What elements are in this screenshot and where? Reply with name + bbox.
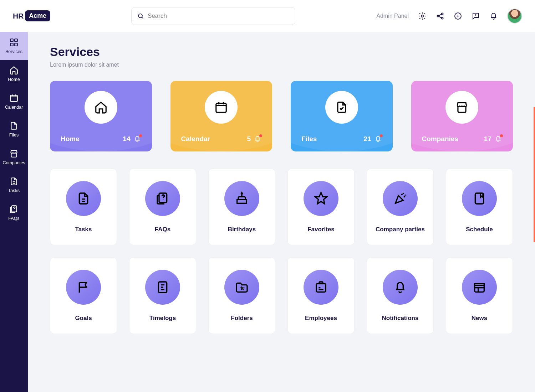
tile-icon-circle (304, 270, 338, 305)
service-tile-news[interactable]: News (446, 257, 513, 334)
bell-icon (494, 135, 502, 143)
card-count: 17 (484, 135, 491, 143)
faq-icon (156, 191, 170, 206)
cake-icon (235, 191, 249, 206)
grid-icon (9, 38, 19, 47)
party-icon (393, 191, 407, 206)
card-label: Home (61, 135, 80, 143)
card-icon-circle (445, 91, 478, 124)
tile-label: Folders (231, 315, 253, 322)
sidebar-item-files[interactable]: Files (0, 115, 28, 143)
card-label: Files (301, 135, 317, 143)
sidebar-item-companies[interactable]: Companies (0, 143, 28, 171)
tile-icon-circle (462, 270, 497, 305)
search-input[interactable] (131, 7, 295, 25)
sidebar-item-label: Services (5, 49, 22, 54)
scroll-indicator[interactable] (534, 107, 535, 242)
sidebar: ServicesHomeCalendarFilesCompaniesTasksF… (0, 32, 28, 392)
tile-label: Company parties (376, 226, 425, 233)
bell-icon (254, 135, 261, 143)
card-icon-circle (325, 91, 358, 124)
bookmark-icon (472, 191, 486, 206)
service-tile-birthdays[interactable]: Birthdays (208, 169, 275, 245)
file-icon (9, 121, 19, 130)
tile-icon-circle (66, 181, 101, 216)
card-count: 14 (123, 135, 130, 143)
sidebar-item-home[interactable]: Home (0, 60, 28, 88)
task-icon (76, 191, 91, 206)
tile-icon-circle (383, 270, 418, 305)
tile-label: Employees (305, 315, 337, 322)
sidebar-item-services[interactable]: Services (0, 32, 28, 60)
service-tile-company-parties[interactable]: Company parties (367, 169, 434, 245)
tile-label: Tasks (75, 226, 92, 233)
notification-dot (380, 134, 383, 137)
tile-icon-circle (224, 181, 259, 216)
star-icon (314, 191, 328, 206)
service-card-calendar[interactable]: Calendar 5 (170, 81, 272, 151)
tile-label: Goals (75, 315, 92, 322)
card-count: 5 (247, 135, 251, 143)
logo[interactable]: HR Acme (13, 10, 50, 21)
tile-icon-circle (304, 181, 338, 216)
filecheck-icon (335, 100, 348, 114)
logo-text-right: Acme (25, 10, 50, 21)
sidebar-item-label: Tasks (8, 188, 20, 193)
card-label: Companies (422, 135, 458, 143)
page-title: Services (50, 45, 513, 59)
avatar[interactable] (507, 9, 522, 24)
service-tile-tasks[interactable]: Tasks (50, 169, 117, 245)
tile-icon-circle (224, 270, 259, 305)
bell-icon (393, 280, 407, 294)
service-tile-folders[interactable]: Folders (208, 257, 275, 334)
sidebar-item-label: FAQs (8, 216, 19, 221)
tile-icon-circle (145, 181, 180, 216)
bell-icon (374, 135, 382, 143)
search-field[interactable] (148, 12, 289, 20)
notification-dot (259, 134, 262, 137)
service-tile-timelogs[interactable]: Timelogs (129, 257, 196, 334)
service-tile-notifications[interactable]: Notifications (367, 257, 434, 334)
task-icon (9, 177, 19, 186)
notification-dot (500, 134, 503, 137)
search-icon (137, 12, 144, 20)
home-icon (94, 100, 108, 114)
page-subtitle: Lorem ipsum dolor sit amet (50, 62, 513, 68)
sidebar-item-tasks[interactable]: Tasks (0, 171, 28, 199)
service-tile-goals[interactable]: Goals (50, 257, 117, 334)
header: HR Acme Admin Panel (0, 0, 535, 32)
service-tile-schedule[interactable]: Schedule (446, 169, 513, 245)
sidebar-item-calendar[interactable]: Calendar (0, 88, 28, 115)
tile-label: News (472, 315, 487, 322)
service-card-companies[interactable]: Companies 17 (411, 81, 513, 151)
service-card-files[interactable]: Files 21 (291, 81, 393, 151)
tile-label: Favorites (307, 226, 335, 233)
tile-label: Birthdays (228, 226, 256, 233)
sidebar-item-label: Home (8, 77, 20, 82)
tile-icon-circle (145, 270, 180, 305)
admin-panel-link[interactable]: Admin Panel (376, 13, 409, 19)
sidebar-item-faqs[interactable]: FAQs (0, 199, 28, 227)
folder-icon (235, 280, 249, 294)
store-icon (455, 100, 469, 114)
service-tile-faqs[interactable]: FAQs (129, 169, 196, 245)
comment-icon[interactable] (472, 12, 480, 20)
add-icon[interactable] (454, 12, 462, 20)
sidebar-item-label: Companies (2, 160, 25, 165)
main: Services Lorem ipsum dolor sit amet Home… (28, 32, 535, 392)
tile-icon-circle (462, 181, 497, 216)
notifications-icon[interactable] (489, 12, 498, 20)
calendar-icon (214, 100, 228, 114)
share-icon[interactable] (436, 12, 444, 20)
card-count: 21 (363, 135, 371, 143)
service-card-home[interactable]: Home 14 (50, 81, 152, 151)
store-icon (9, 149, 19, 158)
settings-icon[interactable] (418, 12, 427, 20)
tile-label: FAQs (155, 226, 170, 233)
tile-icon-circle (66, 270, 101, 305)
service-tile-favorites[interactable]: Favorites (287, 169, 355, 245)
bell-icon (133, 135, 141, 143)
service-tile-employees[interactable]: Employees (287, 257, 355, 334)
notification-dot (139, 134, 142, 137)
logo-text-left: HR (13, 12, 24, 20)
